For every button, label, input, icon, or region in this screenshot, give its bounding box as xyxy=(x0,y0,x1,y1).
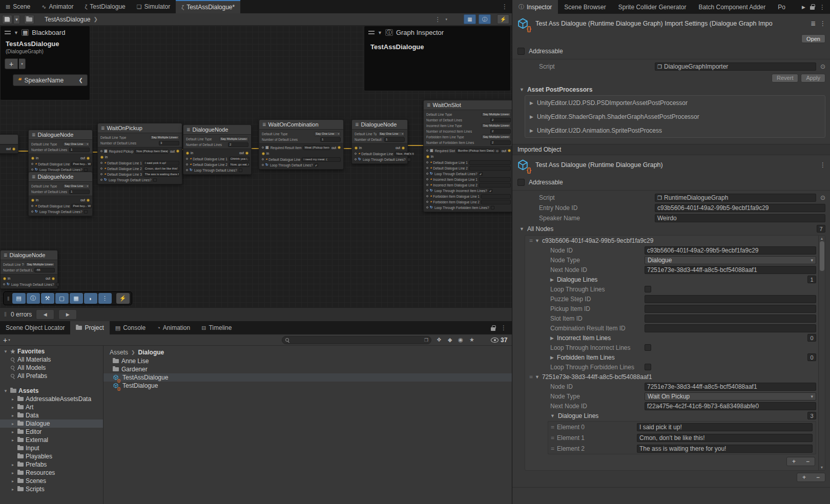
number-of-incorrect-item-lines-field[interactable]: 2 xyxy=(490,129,511,134)
filter-by-type-icon[interactable]: ❖ xyxy=(437,337,442,343)
object-field[interactable]: Bonfire (Pickup Item Data)⊙ xyxy=(457,149,500,153)
next-node-id-field[interactable]: 7251e73e-38d3-44ff-a8c5-bcf54088aaf1 xyxy=(645,266,816,274)
default-line-type-dropdown[interactable]: Say Multiple Lines▾ xyxy=(219,137,248,141)
node-titlebar[interactable]: ≣DialogueNode xyxy=(1,250,57,260)
checkbox[interactable] xyxy=(407,158,411,161)
all-nodes-header[interactable]: ▼ All Nodes 7 xyxy=(512,223,830,234)
favorites-header[interactable]: ▼ ★ Favorites xyxy=(0,347,103,355)
warnings-icon[interactable]: ◉ xyxy=(458,337,463,343)
drag-handle-icon[interactable]: = xyxy=(551,445,554,452)
dialogue-lines-foldout[interactable]: ▼Dialogue Lines3 xyxy=(550,412,816,419)
input-port[interactable]: in xyxy=(31,198,38,202)
foldout-open-icon[interactable]: ▼ xyxy=(535,374,540,380)
tree-arrow-icon[interactable]: ▸ xyxy=(10,397,15,402)
incorrect-item-line-type-dropdown[interactable]: Say Multiple Lines▾ xyxy=(482,123,511,128)
node-titlebar[interactable]: ≣DialogueNode xyxy=(183,125,251,135)
input-port[interactable]: in xyxy=(426,155,433,158)
scroll-up-icon[interactable]: ▲ xyxy=(820,236,824,241)
add-element-button[interactable]: + xyxy=(787,457,801,466)
folder-item-resources[interactable]: ▸Resources xyxy=(0,469,103,477)
visibility-eye-icon[interactable] xyxy=(491,338,499,343)
favorite-item-all-models[interactable]: All Models xyxy=(0,364,103,372)
line-field[interactable]: The ass is waiting there for y xyxy=(143,172,179,177)
drag-grip-icon[interactable] xyxy=(5,31,11,34)
line-field[interactable] xyxy=(481,200,511,204)
combination-result-item-id-field[interactable] xyxy=(645,324,816,332)
node-titlebar[interactable]: ≣DialogueNode xyxy=(352,120,407,130)
line-field[interactable] xyxy=(479,183,511,187)
line-field[interactable]: I said pick it up! xyxy=(143,161,179,165)
node-titlebar[interactable]: ≣DialogueNode xyxy=(29,130,92,140)
foldout-closed-icon[interactable]: ▶ xyxy=(530,114,533,119)
graph-node-dialoguenode[interactable]: ≣DialogueNodeDefault Line TypeSay Multip… xyxy=(0,250,58,289)
blackboard-panel[interactable]: ▼ ▦ Blackboard TestAssDialogue (Dialogue… xyxy=(0,26,90,100)
inspector-tab-scene-browser[interactable]: Scene Browser xyxy=(558,0,612,14)
checkbox[interactable] xyxy=(56,283,59,286)
postprocessor-item[interactable]: ▶UnityEditor.U2D.Animation.SpritePostPro… xyxy=(525,123,825,137)
line-field[interactable] xyxy=(469,166,511,171)
input-port[interactable]: in xyxy=(3,277,10,280)
show-in-project-button[interactable] xyxy=(24,15,34,24)
tree-arrow-icon[interactable]: ▸ xyxy=(10,463,15,467)
blackboard-toggle-button[interactable]: ▦ xyxy=(464,14,476,24)
tree-arrow-icon[interactable]: ▸ xyxy=(10,471,15,475)
graph-node-dialoguenode[interactable]: ≣DialogueNodeDefault Line TypeSay One Li… xyxy=(351,119,408,164)
remove-element-button[interactable]: − xyxy=(801,457,815,466)
number-of-default-lines-field[interactable]: 3 xyxy=(159,141,179,145)
revert-button[interactable]: Revert xyxy=(772,74,798,82)
tab-scroll-right-icon[interactable]: ▶ xyxy=(802,5,805,10)
folder-item-editor[interactable]: ▸Editor xyxy=(0,428,103,436)
collapse-left-icon[interactable]: ❮ xyxy=(79,77,83,83)
folder-item-addressableassetsdata[interactable]: ▸AddressableAssetsData xyxy=(0,395,103,403)
error-bar-grip-icon[interactable]: ‖ xyxy=(4,311,7,318)
drag-handle-icon[interactable]: = xyxy=(529,373,532,381)
array-count-badge[interactable]: 0 xyxy=(807,334,816,342)
line-field[interactable]: Now, go eat, i xyxy=(229,162,250,167)
input-port[interactable]: in xyxy=(186,151,193,155)
input-port[interactable]: in xyxy=(31,156,38,160)
number-of-default-lines-field[interactable]: 1 xyxy=(384,137,405,142)
slot-item-id-field[interactable] xyxy=(645,314,816,323)
object-field[interactable]: Nos (Pickup Item Data)⊙ xyxy=(135,149,169,154)
line-field[interactable]: Cmon, don't be like this! xyxy=(143,166,179,171)
tab-console[interactable]: ▤Console xyxy=(110,321,151,334)
tab-project[interactable]: Project xyxy=(70,321,109,334)
output-port[interactable]: out xyxy=(80,198,90,202)
graph-node-dialoguenode[interactable]: ≣DialogueNodeDefault Line TypeSay Multip… xyxy=(183,124,252,175)
node-section-header[interactable]: =▼c93b5606-401f-49a2-99b5-9ecbf1fa9c29 xyxy=(525,236,818,245)
tree-arrow-icon[interactable]: ▸ xyxy=(10,479,15,484)
project-file-pane[interactable]: Assets ❯ Dialogue Anne LiseGardener{}Tes… xyxy=(103,346,512,504)
foldout-arrow-icon[interactable]: ▼ xyxy=(520,87,524,92)
breadcrumb-current[interactable]: Dialogue xyxy=(138,349,164,356)
default-line-type-dropdown[interactable]: Say One Line▾ xyxy=(63,142,90,146)
collapse-arrow-icon[interactable]: ▼ xyxy=(14,30,18,35)
postprocessor-item[interactable]: ▶UnityEditor.U2D.PSD.PSDImporterAssetPos… xyxy=(525,96,825,110)
debug-toggle-button[interactable]: ⚡ xyxy=(497,14,509,24)
blackboard-property-speakername[interactable]: ❝ SpeakerName ❮ xyxy=(13,74,88,86)
line-field[interactable]: Psst boy... W xyxy=(71,162,92,166)
favorites-filter-icon[interactable]: ★ xyxy=(469,337,474,343)
project-folder-tree[interactable]: ▼ ★ Favorites All MaterialsAll ModelsAll… xyxy=(0,346,103,504)
foldout-open-icon[interactable]: ▼ xyxy=(535,238,540,243)
folder-item-scripts[interactable]: ▸Scripts xyxy=(0,485,103,493)
array-count-badge[interactable]: 1 xyxy=(807,276,816,283)
line-field[interactable] xyxy=(469,160,511,165)
drag-handle-icon[interactable]: = xyxy=(551,434,554,442)
inspector-tab-sprite-collider-generator[interactable]: Sprite Collider Generator xyxy=(612,0,693,14)
checkbox[interactable] xyxy=(645,364,651,370)
addressable-checkbox[interactable] xyxy=(517,48,525,55)
object-picker-icon[interactable]: ⊙ xyxy=(820,63,825,70)
input-port[interactable]: in xyxy=(262,152,269,155)
element-field[interactable]: I said pick it up! xyxy=(637,423,813,431)
remove-element-button[interactable]: − xyxy=(811,473,825,481)
foldout-arrow-icon[interactable]: ▼ xyxy=(3,389,8,393)
window-button[interactable]: ▢ xyxy=(55,293,69,304)
all-nodes-count[interactable]: 7 xyxy=(817,225,825,233)
node-titlebar[interactable]: ≣WaitOnCombination xyxy=(259,120,343,130)
add-property-dropdown[interactable]: ▾ xyxy=(19,58,26,69)
node-section-header[interactable]: =▼7251e73e-38d3-44ff-a8c5-bcf54088aaf1 xyxy=(525,372,818,382)
output-port[interactable]: out xyxy=(80,156,90,160)
search-input[interactable] xyxy=(292,337,422,343)
file-item-anne-lise[interactable]: Anne Lise xyxy=(103,357,512,365)
folder-item-data[interactable]: ▸Data xyxy=(0,411,103,419)
